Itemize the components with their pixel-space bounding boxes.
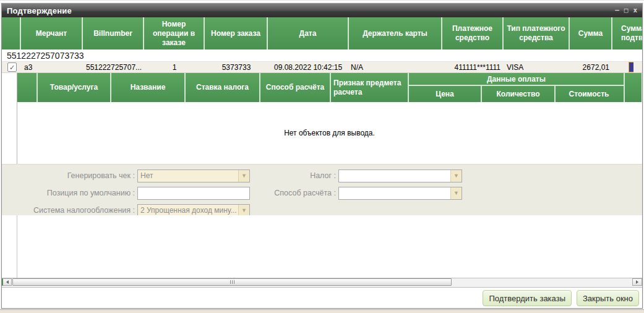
window-controls: – □ x — [615, 7, 637, 14]
tax-system-value: 2 Упрощенная доход мину... — [138, 205, 238, 217]
items-header-cost[interactable]: Стоимость — [556, 86, 622, 102]
arrow-right-icon — [636, 280, 638, 284]
cell-order-number: 5373733 — [205, 63, 268, 72]
page-background: Подтверждение – □ x Мерчант Billnumber Н… — [0, 0, 644, 313]
scroll-right-button[interactable] — [632, 278, 642, 286]
confirm-amount-input[interactable] — [629, 62, 633, 72]
page-bottom-strip — [0, 309, 644, 313]
tax-system-label: Система налогообложения : — [2, 206, 137, 215]
lower-empty-area — [2, 215, 642, 278]
items-header-quantity[interactable]: Количество — [482, 86, 556, 102]
order-row[interactable]: ✓ a3 551222725707... 1 5373733 09.08.202… — [2, 62, 642, 73]
horizontal-scrollbar[interactable] — [2, 278, 642, 288]
items-header-payment-data-group: Данные оплаты Цена Количество Стоимость — [409, 73, 625, 102]
chevron-down-icon[interactable]: ▼ — [450, 187, 462, 199]
chevron-down-icon: ▼ — [238, 205, 249, 217]
items-header-calc-subject[interactable]: Признак предмета расчета — [331, 73, 409, 102]
orders-header-date[interactable]: Дата — [268, 17, 349, 49]
cell-payment-type: VISA — [504, 63, 570, 72]
dialog-titlebar[interactable]: Подтверждение – □ x — [2, 4, 642, 17]
orders-header-payment-type[interactable]: Тип платежного средства — [504, 17, 570, 49]
items-header-price[interactable]: Цена — [409, 86, 482, 102]
items-header-calc-method[interactable]: Способ расчёта — [260, 73, 331, 102]
tax-value — [339, 170, 450, 182]
minimize-icon[interactable]: – — [615, 7, 619, 14]
items-table-header: Товар/услуга Название Ставка налога Спос… — [17, 73, 642, 102]
thumb-grip-icon — [234, 280, 234, 284]
dialog-title: Подтверждение — [7, 6, 615, 15]
items-empty-message: Нет объектов для вывода. — [17, 102, 642, 164]
orders-header-checkbox-col[interactable] — [2, 17, 21, 49]
receipt-settings-form: Генерировать чек : Нет ▼ Налог : ▼ Позиц… — [2, 164, 642, 215]
orders-header-operation-number[interactable]: Номер операции в заказе — [144, 17, 205, 49]
payment-data-group-label: Данные оплаты — [409, 73, 624, 86]
default-position-input[interactable] — [137, 187, 250, 200]
orders-header-order-number[interactable]: Номер заказа — [205, 17, 268, 49]
calc-method-combo[interactable]: ▼ — [338, 187, 462, 200]
cell-merchant: a3 — [21, 63, 83, 72]
checkmark-icon: ✓ — [9, 64, 15, 71]
cell-date: 09.08.2022 10:42:15 — [268, 63, 349, 72]
chevron-down-icon: ▼ — [238, 170, 249, 182]
scrollbar-thumb[interactable] — [12, 278, 452, 286]
order-row-checkbox-cell: ✓ — [2, 62, 21, 72]
items-header-blank — [17, 73, 38, 102]
orders-header-billnumber[interactable]: Billnumber — [83, 17, 144, 49]
tax-label: Налог : — [250, 171, 338, 180]
orders-table-header: Мерчант Billnumber Номер операции в зака… — [2, 17, 642, 49]
thumb-grip-icon — [230, 280, 231, 284]
default-position-label: Позиция по умолчанию : — [2, 189, 137, 197]
thumb-grip-icon — [232, 280, 233, 284]
generate-receipt-label: Генерировать чек : — [2, 171, 137, 180]
scroll-left-button[interactable] — [2, 278, 12, 286]
cell-operation-number: 1 — [144, 63, 205, 72]
dialog-footer: Подтвердить заказы Закрыть окно — [2, 288, 642, 309]
chevron-down-icon[interactable]: ▼ — [450, 170, 462, 182]
cell-billnumber: 551222725707... — [83, 63, 144, 72]
calc-method-label: Способ расчёта : — [250, 189, 338, 197]
orders-header-payment-instrument[interactable]: Платежное средство — [442, 17, 504, 49]
tax-combo[interactable]: ▼ — [338, 169, 462, 182]
items-header-name[interactable]: Название — [111, 73, 186, 102]
orders-header-confirm-amount[interactable]: Сумма подтверждения — [612, 17, 642, 49]
items-header-product[interactable]: Товар/услуга — [38, 73, 111, 102]
items-header-tax-rate[interactable]: Ставка налога — [186, 73, 260, 102]
calc-method-value — [339, 187, 450, 199]
panel-left-border — [17, 215, 17, 278]
orders-header-amount[interactable]: Сумма — [570, 17, 612, 49]
row-checkbox[interactable]: ✓ — [7, 62, 17, 72]
close-icon[interactable]: x — [633, 7, 637, 14]
items-header-clipped-column — [625, 73, 642, 102]
orders-header-card-holder[interactable]: Держатель карты — [349, 17, 442, 49]
generate-receipt-value: Нет — [138, 170, 238, 182]
confirmation-dialog: Подтверждение – □ x Мерчант Billnumber Н… — [1, 3, 643, 309]
close-window-button[interactable]: Закрыть окно — [577, 290, 639, 306]
cell-card-holder: N/A — [349, 63, 442, 72]
arrow-left-icon — [6, 280, 9, 284]
confirm-orders-button[interactable]: Подтвердить заказы — [483, 290, 572, 306]
maximize-icon[interactable]: □ — [624, 7, 629, 14]
order-group-row: 5512227257073733 — [2, 49, 642, 62]
cell-payment-instrument: 411111***1111 — [442, 63, 504, 72]
cell-amount: 2672,01 — [570, 63, 612, 72]
order-items-panel: Товар/услуга Название Ставка налога Спос… — [17, 73, 642, 164]
orders-header-merchant[interactable]: Мерчант — [21, 17, 83, 49]
generate-receipt-combo: Нет ▼ — [137, 169, 250, 182]
